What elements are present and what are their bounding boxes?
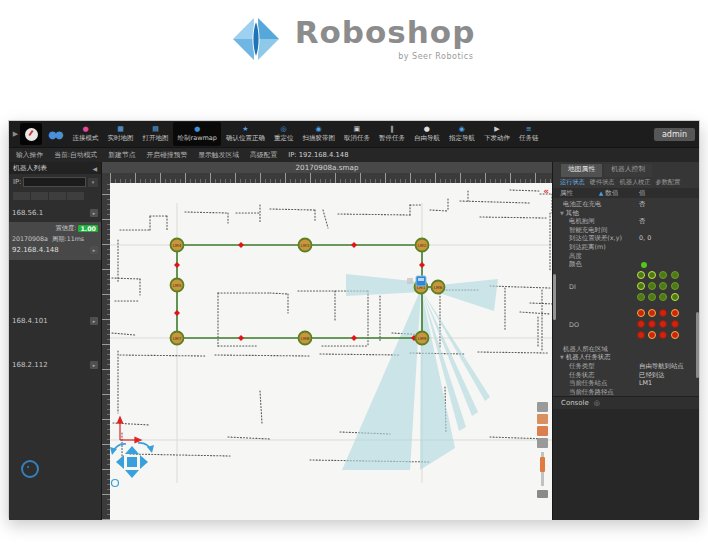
map-canvas[interactable]: LM4 LM3 LM2 LM5 LM1 LM6 LM7 LM8 LM9 [110,183,552,520]
properties-panel: 地图属性机器人控制 运行状态硬件状态机器人校正参数配置 属性 ▲ 数值 值 电池… [552,162,699,520]
filter-button[interactable] [31,192,48,200]
ruler-corner [102,173,110,183]
column-val: 值 [639,189,646,198]
toolbar-button-label: 取消任务 [344,134,370,143]
map-tool-button[interactable] [537,402,548,412]
map-tool-button[interactable] [537,426,548,436]
robot-list-item[interactable]: 168.4.101 ▸ [9,314,101,327]
property-row: 到达位置误差(x,y)0, 0 [553,234,699,243]
io-dot [637,320,645,328]
robot-list-item[interactable]: 168.56.1 ▸ [9,206,101,219]
caret-down-icon[interactable]: ▼ [560,210,564,216]
panel-subtab[interactable]: 硬件状态 [590,178,615,187]
toolbar-button[interactable]: ★ 确认位置正确 [221,122,269,146]
property-label: DO [569,321,579,330]
robot-expand-icon[interactable]: ▸ [90,361,98,369]
filter-button[interactable] [49,192,66,200]
sidebar-collapse-icon[interactable]: ◀ [92,165,97,172]
svg-text:LM2: LM2 [418,243,427,248]
toolbar-button[interactable]: ● 绘制rawmap [173,122,221,146]
toolbar-button[interactable]: ● 连接模式 [68,122,103,146]
pause-task-icon: ‖ [390,126,394,133]
seer-logo-icon[interactable] [21,460,39,478]
filter-button[interactable] [67,192,84,200]
robot-list-item-selected[interactable]: 置信度: 1.00 20170908a 周期:11ms 92.168.4.148… [9,222,101,260]
cancel-task-icon: ▣ [354,126,361,133]
map-mini-toolbar [537,402,548,498]
svg-text:LM3: LM3 [301,243,310,248]
compass-mode-button[interactable] [20,123,42,145]
zoom-slider[interactable] [541,452,544,486]
toolbar-button[interactable]: ‖ 暂停任务 [374,122,409,146]
caret-down-icon[interactable]: ▼ [560,354,564,360]
live-map-icon: ▦ [117,126,124,133]
column-value[interactable]: ▲ 数值 [599,189,619,198]
app-window: ▶ ●● ● 连接模式▦ 实时地图▤ 打开地图● 绘制rawmap★ 确认位置正… [8,120,700,518]
admin-button[interactable]: admin [654,128,695,141]
panel-subtab[interactable]: 运行状态 [560,178,585,187]
property-label: 电池正在充电 [563,200,601,209]
property-label: 机器人所在区域 [563,345,608,354]
robot-expand-icon[interactable]: ▸ [90,209,98,217]
toolbar-button[interactable]: ▣ 取消任务 [339,122,374,146]
map-tool-button[interactable] [537,414,548,424]
panel-right-scrollbar[interactable] [696,312,699,378]
property-label: ▼机器人任务状态 [560,353,611,362]
console-bar[interactable]: Console ◎ [553,396,699,409]
robot-map-name: 20170908a [12,235,48,244]
panel-tab[interactable]: 机器人控制 [604,164,652,177]
toolbar-button[interactable]: ▦ 实时地图 [103,122,138,146]
console-output-area [553,409,699,520]
toolbar-button[interactable]: ● 自由导航 [409,122,444,146]
toolbar-button[interactable]: ▶ 下发动作 [479,122,514,146]
toolbar-button[interactable]: ≡ 任务链 [514,122,543,146]
vertical-ruler [102,183,110,520]
property-value: LM1 [639,379,652,388]
toolbar-button[interactable]: ◉ 指定导航 [444,122,479,146]
property-value: 已经到达 [639,371,665,380]
console-gear-icon: ◎ [594,399,600,407]
toolbar-button[interactable]: ◎ 重定位 [269,122,298,146]
property-label: 智能充电时间 [569,226,607,235]
status-item[interactable]: 显示触发区域 [198,150,239,160]
panel-tab[interactable]: 地图属性 [561,164,602,177]
robot-expand-icon[interactable]: ▸ [90,246,98,254]
ip-filter-input[interactable] [23,177,86,187]
property-label: 当前任务路径点 [569,388,614,397]
robot-expand-icon[interactable]: ▸ [90,317,98,325]
toolbar-collapse-icon[interactable]: ▶ [11,130,20,138]
connect-mode-icon: ● [82,126,88,133]
goto-nav-icon: ◉ [459,126,465,133]
toolbar-button[interactable]: ▤ 打开地图 [138,122,173,146]
status-item[interactable]: 开启碰撞预警 [146,150,187,160]
property-label: 颜色 [569,260,582,269]
property-row: 到达距离(m) [553,243,699,252]
map-tab-title[interactable]: 20170908a.smap [102,162,552,173]
property-label: 任务状态 [569,371,595,380]
property-row: 机器人所在区域 [553,345,699,354]
io-dot [671,331,679,339]
toolbar-button[interactable]: ◉ 扫描胶带图 [298,122,340,146]
main-toolbar: ▶ ●● ● 连接模式▦ 实时地图▤ 打开地图● 绘制rawmap★ 确认位置正… [9,121,699,147]
panel-left-scrollbar[interactable] [553,274,556,320]
panel-subtab[interactable]: 参数配置 [655,178,680,187]
status-item[interactable]: 高级配置 [250,150,277,160]
open-map-icon: ▤ [152,126,159,133]
io-dot [671,282,679,290]
panel-collapse-icon[interactable]: « [543,186,549,196]
panel-subtab[interactable]: 机器人校正 [620,178,651,187]
io-dot [671,293,679,301]
map-tool-button[interactable] [537,490,548,498]
filter-button[interactable] [13,192,30,200]
settings-gears-button[interactable]: ●● [44,123,66,145]
io-dot [659,293,667,301]
property-value: 否 [639,200,645,209]
status-item[interactable]: 当前:自动模式 [54,150,97,160]
status-item[interactable]: 新建节点 [108,150,135,160]
zoom-slider-handle[interactable] [540,457,545,472]
status-item[interactable]: 输入操作 [16,150,43,160]
io-dot [659,320,667,328]
map-tool-button[interactable] [537,438,548,448]
ip-filter-dropdown-icon[interactable]: ▾ [88,178,98,187]
robot-list-item[interactable]: 168.2.112 ▸ [9,358,101,371]
